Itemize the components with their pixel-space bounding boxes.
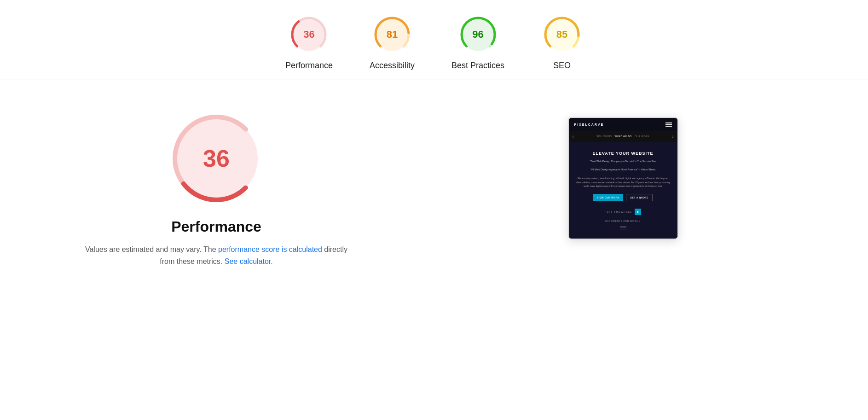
large-gauge-wrapper: 36 Performance Values are estimated and …: [55, 108, 377, 267]
score-value-best-practices: 96: [472, 29, 483, 41]
nav-left-arrow: ‹: [573, 134, 574, 139]
phone-btn-get-quote[interactable]: GET A QUOTE: [626, 194, 653, 201]
description-text: Values are estimated and may vary. The: [85, 245, 218, 253]
nav-item-our-work: OUR WORK: [635, 135, 649, 138]
phone-play-row: PLAY SHOWREEL: [574, 209, 672, 215]
right-panel: PIXELCARVE ‹ SOLUTIONS WHAT WE DO OUR WO…: [415, 108, 831, 239]
phone-cta-buttons: VIEW OUR WORK GET A QUOTE: [574, 194, 672, 201]
phone-body: ELEVATE YOUR WEBSITE "Best Web Design Co…: [569, 142, 677, 239]
phone-btn-view-work[interactable]: VIEW OUR WORK: [593, 194, 623, 201]
score-value-seo: 85: [556, 29, 567, 41]
scores-row: 36Performance81Accessibility96Best Pract…: [0, 0, 868, 80]
nav-item-what-we-do: WHAT WE DO: [614, 135, 632, 138]
gauge-small-best-practices: 96: [457, 14, 499, 55]
gauge-small-performance: 36: [288, 14, 330, 55]
left-panel: 36 Performance Values are estimated and …: [55, 108, 377, 281]
phone-hero-body: We are a top ranked, award winning, full…: [574, 176, 672, 188]
calc-link[interactable]: performance score is calculated: [218, 245, 322, 253]
score-item-performance: 36Performance: [285, 14, 333, 70]
large-gauge: 36: [166, 108, 267, 209]
phone-hero-quote2: "#1 Web Design Agency in North America" …: [574, 168, 672, 172]
vertical-divider: [396, 135, 396, 320]
phone-hero-quote1: "Best Web Design Company in Toronto" – T…: [574, 159, 672, 163]
large-score-value: 36: [203, 145, 230, 172]
nav-right-arrow: ›: [672, 134, 673, 139]
nav-item-solutions: SOLUTIONS: [596, 135, 612, 138]
gauge-small-accessibility: 81: [371, 14, 413, 55]
score-item-accessibility: 81Accessibility: [370, 14, 415, 70]
section-title: Performance: [171, 218, 261, 235]
phone-logo: PIXELCARVE: [574, 123, 604, 126]
gauge-small-seo: 85: [541, 14, 583, 55]
see-calculator-link[interactable]: See calculator.: [225, 257, 273, 265]
phone-header: PIXELCARVE: [569, 118, 677, 131]
phone-hamburger-icon: [665, 122, 672, 127]
phone-play-label: PLAY SHOWREEL: [605, 210, 632, 213]
footer-line: [620, 226, 626, 227]
description: Values are estimated and may vary. The p…: [78, 244, 354, 267]
phone-footer-lines: [574, 226, 672, 229]
score-item-best-practices: 96Best Practices: [451, 14, 504, 70]
phone-experience-label: EXPERIENCE OUR WORK +: [574, 220, 672, 222]
phone-hero-title: ELEVATE YOUR WEBSITE: [574, 151, 672, 156]
main-content: 36 Performance Values are estimated and …: [0, 80, 868, 347]
phone-nav-items: SOLUTIONS WHAT WE DO OUR WORK: [576, 135, 670, 138]
hamburger-line: [665, 126, 672, 127]
phone-frame: PIXELCARVE ‹ SOLUTIONS WHAT WE DO OUR WO…: [568, 117, 678, 239]
phone-nav: ‹ SOLUTIONS WHAT WE DO OUR WORK ›: [569, 131, 677, 142]
footer-line: [620, 228, 626, 228]
hamburger-line: [665, 124, 672, 125]
footer-line: [620, 229, 626, 229]
score-value-accessibility: 81: [387, 29, 398, 41]
score-value-performance: 36: [303, 29, 314, 41]
score-item-seo: 85SEO: [541, 14, 583, 70]
hamburger-line: [665, 122, 672, 123]
phone-play-button[interactable]: [635, 209, 641, 215]
